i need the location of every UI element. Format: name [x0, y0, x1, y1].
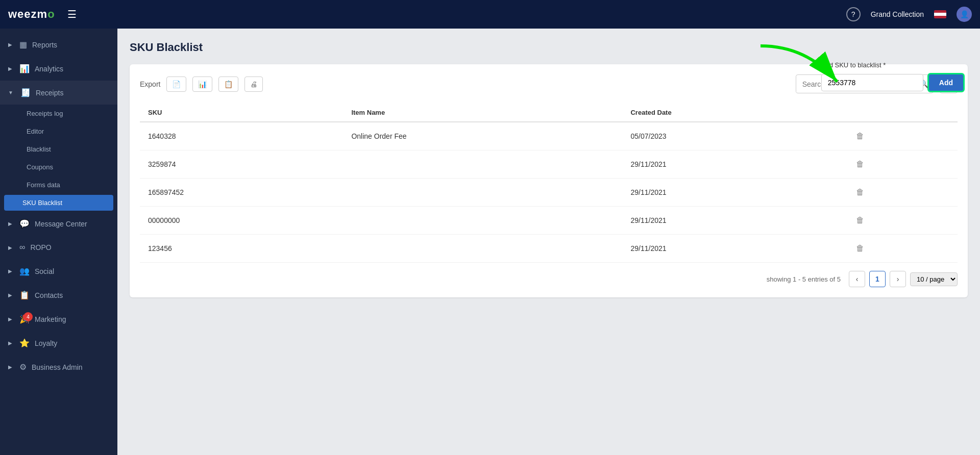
sidebar-item-contacts[interactable]: ▶ 📋 Contacts	[0, 283, 117, 307]
sidebar-item-loyalty[interactable]: ▶ ⭐ Loyalty	[0, 331, 117, 355]
col-sku: SKU	[140, 104, 343, 122]
top-navigation: weezmo ☰ ? Grand Collection 👤	[0, 0, 980, 29]
cell-delete: 🗑	[846, 122, 958, 150]
flag-icon	[934, 10, 946, 18]
sidebar-label-social: Social	[35, 267, 54, 275]
col-item-name: Item Name	[343, 104, 622, 122]
page-size-select[interactable]: 10 / page 25 / page 50 / page	[910, 272, 958, 286]
sidebar-item-sku-blacklist[interactable]: SKU Blacklist	[4, 195, 113, 211]
table-row: 1640328 Online Order Fee 05/07/2023 🗑	[140, 122, 958, 150]
cell-delete: 🗑	[846, 150, 958, 179]
table-row: 3259874 29/11/2021 🗑	[140, 150, 958, 179]
cell-sku: 165897452	[140, 179, 343, 207]
csv-icon: 📋	[224, 80, 233, 88]
export-excel-button[interactable]: 📊	[192, 77, 212, 92]
analytics-icon: 📊	[19, 64, 30, 73]
sidebar-item-editor[interactable]: Editor	[0, 122, 117, 140]
add-blacklist-label: Add SKU to blacklist *	[821, 61, 886, 69]
arrow-icon: ▶	[8, 316, 12, 322]
cell-item-name	[343, 150, 622, 179]
add-blacklist-input[interactable]	[821, 74, 923, 91]
sidebar-item-analytics[interactable]: ▶ 📊 Analytics	[0, 57, 117, 81]
arrow-icon: ▶	[8, 245, 12, 250]
page-title: SKU Blacklist	[130, 41, 968, 54]
sidebar-label-message-center: Message Center	[35, 220, 87, 228]
prev-page-button[interactable]: ‹	[849, 271, 865, 287]
sidebar-item-social[interactable]: ▶ 👥 Social	[0, 259, 117, 283]
sidebar-item-receipts[interactable]: ▼ 🧾 Receipts	[0, 81, 117, 105]
table-row: 123456 29/11/2021 🗑	[140, 235, 958, 263]
sidebar-label-reports: Reports	[32, 41, 57, 49]
cell-sku: 123456	[140, 235, 343, 263]
app-logo: weezmo	[8, 8, 55, 21]
sidebar-label-contacts: Contacts	[35, 291, 63, 299]
sidebar-item-marketing[interactable]: ▶ 🎉 4 Marketing	[0, 307, 117, 331]
message-center-icon: 💬	[19, 219, 30, 229]
add-blacklist-section: Add SKU to blacklist * Add	[821, 61, 965, 92]
sidebar-label-business-admin: Business Admin	[32, 363, 83, 371]
ropo-icon: ∞	[19, 243, 25, 252]
add-button[interactable]: Add	[927, 73, 965, 92]
sidebar-label-ropo: ROPO	[30, 243, 51, 251]
hamburger-icon[interactable]: ☰	[67, 8, 77, 20]
cell-created-date: 29/11/2021	[622, 207, 846, 235]
sidebar-label-marketing: Marketing	[35, 315, 66, 323]
sidebar-item-business-admin[interactable]: ▶ ⚙ Business Admin	[0, 355, 117, 379]
cell-item-name	[343, 179, 622, 207]
sidebar-label-loyalty: Loyalty	[35, 339, 57, 347]
arrow-icon: ▶	[8, 268, 12, 274]
print-icon: 🖨	[250, 80, 257, 88]
export-label: Export	[140, 80, 160, 88]
page-1-button[interactable]: 1	[869, 271, 886, 287]
export-csv-button[interactable]: 📋	[218, 77, 238, 92]
cell-delete: 🗑	[846, 207, 958, 235]
pdf-icon: 📄	[172, 80, 181, 88]
col-created-date: Created Date	[622, 104, 846, 122]
main-content: SKU Blacklist Export 📄 📊 📋 🖨 🔍 ≡	[117, 29, 980, 455]
cell-delete: 🗑	[846, 179, 958, 207]
col-actions	[846, 104, 958, 122]
table-row: 165897452 29/11/2021 🗑	[140, 179, 958, 207]
help-icon[interactable]: ?	[846, 7, 861, 21]
arrow-icon: ▼	[8, 90, 13, 95]
arrow-icon: ▶	[8, 364, 12, 370]
cell-item-name	[343, 207, 622, 235]
collection-name: Grand Collection	[871, 10, 924, 18]
sidebar-item-message-center[interactable]: ▶ 💬 Message Center	[0, 212, 117, 236]
pagination: showing 1 - 5 entries of 5 ‹ 1 › 10 / pa…	[140, 271, 958, 287]
table-row: 00000000 29/11/2021 🗑	[140, 207, 958, 235]
arrow-icon: ▶	[8, 66, 12, 71]
cell-item-name	[343, 235, 622, 263]
receipts-submenu: Receipts log Editor Blacklist Coupons Fo…	[0, 105, 117, 211]
business-admin-icon: ⚙	[19, 362, 27, 372]
cell-created-date: 29/11/2021	[622, 235, 846, 263]
export-print-button[interactable]: 🖨	[244, 77, 263, 92]
avatar-icon: 👤	[960, 10, 969, 18]
cell-sku: 00000000	[140, 207, 343, 235]
sku-blacklist-table: SKU Item Name Created Date 1640328 Onlin…	[140, 104, 958, 263]
delete-row-button[interactable]: 🗑	[854, 242, 866, 255]
contacts-icon: 📋	[19, 290, 30, 300]
social-icon: 👥	[19, 266, 30, 276]
sidebar-item-coupons[interactable]: Coupons	[0, 158, 117, 176]
cell-item-name: Online Order Fee	[343, 122, 622, 150]
delete-row-button[interactable]: 🗑	[854, 186, 866, 199]
sidebar-item-blacklist[interactable]: Blacklist	[0, 140, 117, 158]
avatar[interactable]: 👤	[957, 7, 972, 22]
nav-right: ? Grand Collection 👤	[846, 7, 972, 22]
sidebar-item-forms-data[interactable]: Forms data	[0, 176, 117, 194]
delete-row-button[interactable]: 🗑	[854, 130, 866, 143]
receipts-icon: 🧾	[20, 88, 31, 97]
export-pdf-button[interactable]: 📄	[166, 77, 186, 92]
sidebar-item-reports[interactable]: ▶ ▦ Reports	[0, 33, 117, 57]
cell-created-date: 29/11/2021	[622, 179, 846, 207]
delete-row-button[interactable]: 🗑	[854, 158, 866, 171]
sidebar-item-ropo[interactable]: ▶ ∞ ROPO	[0, 236, 117, 259]
marketing-badge-wrap: 🎉 4	[19, 314, 30, 324]
delete-row-button[interactable]: 🗑	[854, 214, 866, 227]
arrow-icon: ▶	[8, 292, 12, 298]
arrow-icon: ▶	[8, 340, 12, 346]
next-page-button[interactable]: ›	[890, 271, 906, 287]
sidebar-label-receipts: Receipts	[36, 89, 63, 97]
sidebar-item-receipts-log[interactable]: Receipts log	[0, 105, 117, 122]
